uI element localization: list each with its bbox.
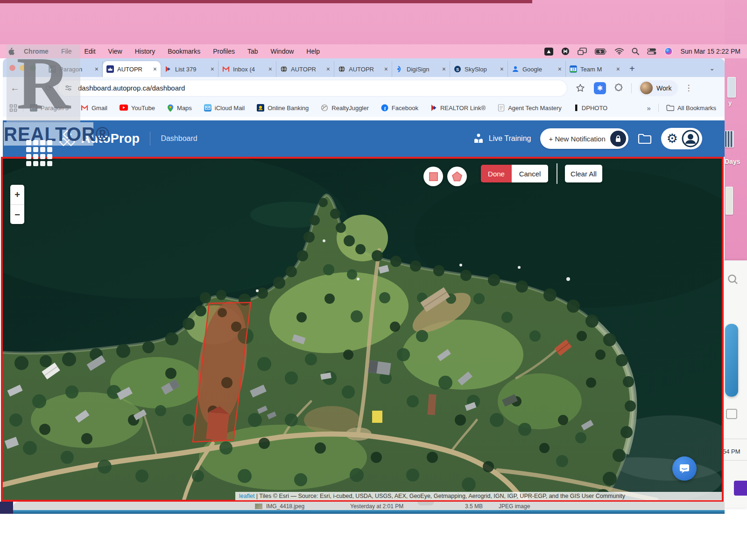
close-tab-icon[interactable]: ×: [268, 65, 272, 73]
tab-google[interactable]: Google×: [508, 61, 566, 77]
all-bookmarks-button[interactable]: All Bookmarks: [666, 105, 716, 112]
satellite-map[interactable]: [3, 159, 722, 500]
zoom-window-button[interactable]: [30, 65, 36, 71]
menu-item-view[interactable]: View: [108, 48, 122, 55]
tab-digisign[interactable]: DigiSign×: [392, 61, 450, 77]
bookmark-star-icon[interactable]: [575, 83, 585, 93]
tab-autoprop-active[interactable]: AUTOPR×: [103, 61, 161, 77]
kebab-menu-icon[interactable]: ⋮: [684, 83, 692, 93]
live-training-link[interactable]: Live Training: [472, 133, 531, 145]
maps-pin-icon: [167, 104, 174, 112]
bookmark-facebook[interactable]: f Facebook: [381, 104, 418, 112]
bookmark-online-banking[interactable]: Online Banking: [257, 104, 309, 112]
close-tab-icon[interactable]: ×: [153, 65, 157, 73]
profile-chip[interactable]: Work: [638, 80, 678, 96]
screen-mirroring-icon[interactable]: [578, 48, 587, 55]
apple-menu-icon[interactable]: [7, 48, 14, 56]
menu-item-tab[interactable]: Tab: [247, 48, 258, 55]
control-center-icon[interactable]: [647, 48, 656, 55]
new-notification-button[interactable]: + New Notification: [540, 128, 628, 149]
desktop-icon[interactable]: [726, 187, 733, 215]
close-tab-icon[interactable]: ×: [500, 65, 504, 73]
menu-item-file[interactable]: File: [61, 48, 72, 55]
realtor-link-icon: [430, 104, 437, 112]
clear-all-button[interactable]: Clear All: [565, 165, 602, 182]
tab-team[interactable]: 15 Team M×: [566, 61, 624, 77]
close-window-button[interactable]: [9, 65, 15, 71]
menu-item-history[interactable]: History: [135, 48, 155, 55]
bookmark-icloud-mail[interactable]: iCloud Mail: [204, 104, 245, 112]
record-status-icon[interactable]: [544, 48, 553, 56]
avatar: [640, 82, 653, 94]
facebook-icon: f: [381, 104, 388, 112]
bookmarks-overflow-chevrons[interactable]: »: [647, 104, 651, 112]
done-button[interactable]: Done: [481, 165, 512, 182]
battery-icon: [595, 49, 607, 55]
extensions-puzzle-icon[interactable]: [613, 83, 624, 93]
address-bar[interactable]: dashboard.autoprop.ca/dashboard: [58, 80, 567, 96]
bookmark-realtor-link[interactable]: REALTOR Link®: [430, 104, 486, 112]
close-tab-icon[interactable]: ×: [442, 65, 446, 73]
tab-inbox[interactable]: Inbox (4×: [218, 61, 276, 77]
draw-polygon-tool[interactable]: [447, 167, 467, 186]
menu-item-edit[interactable]: Edit: [84, 48, 95, 55]
menubar-app-icon[interactable]: [561, 47, 570, 56]
draw-rectangle-tool[interactable]: [423, 167, 443, 186]
leaflet-link[interactable]: leaflet: [239, 493, 254, 499]
desktop-icon[interactable]: [725, 131, 734, 147]
siri-icon[interactable]: [664, 47, 673, 56]
bookmark-realtyjuggler[interactable]: RealtyJuggler: [321, 104, 369, 112]
brand-name[interactable]: AutoProp: [81, 132, 140, 146]
close-tab-icon[interactable]: ×: [384, 65, 388, 73]
menu-item-window[interactable]: Window: [271, 48, 294, 55]
pentagon-shape-icon: [451, 171, 463, 182]
site-settings-icon[interactable]: [64, 84, 72, 92]
map-container[interactable]: + − Done Cancel Clear All leaflet | Tile…: [1, 157, 724, 502]
bookmark-youtube[interactable]: YouTube: [120, 105, 155, 112]
bookmark-dphoto[interactable]: DPHOTO: [574, 104, 607, 112]
reload-button[interactable]: ⟳: [40, 83, 57, 93]
menu-item-profiles[interactable]: Profiles: [213, 48, 235, 55]
minimize-window-button[interactable]: [20, 65, 26, 71]
back-button[interactable]: ←: [7, 83, 23, 93]
folder-button-icon[interactable]: [638, 133, 652, 144]
tab-autoprop-3[interactable]: AUTOPR×: [334, 61, 392, 77]
url-text[interactable]: dashboard.autoprop.ca/dashboard: [78, 84, 185, 92]
bookmark-agent-tech-mastery[interactable]: Agent Tech Mastery: [498, 104, 562, 112]
account-avatar-icon[interactable]: [682, 130, 699, 147]
menu-item-help[interactable]: Help: [306, 48, 320, 55]
zoom-out-button[interactable]: −: [10, 205, 24, 224]
tab-skyslope[interactable]: S SkySlop×: [450, 61, 508, 77]
cancel-button[interactable]: Cancel: [512, 165, 548, 182]
bookmark-gmail[interactable]: Gmail: [81, 104, 107, 112]
extension-snowflake-icon[interactable]: ✱: [594, 82, 606, 94]
tab-list379[interactable]: List 379×: [161, 61, 218, 77]
tab-autoprop-2[interactable]: AUTOPR×: [276, 61, 334, 77]
apps-grid-icon[interactable]: [9, 104, 17, 112]
desktop-icon-label: y: [728, 99, 732, 106]
bookmark-maps[interactable]: Maps: [167, 104, 192, 112]
desktop-icon[interactable]: [727, 77, 736, 98]
wifi-icon[interactable]: [615, 48, 624, 55]
close-tab-icon[interactable]: ×: [211, 65, 214, 73]
tab-search-chevron-icon[interactable]: ⌄: [706, 62, 718, 74]
menu-item-chrome[interactable]: Chrome: [24, 48, 49, 55]
chat-icon: [679, 463, 690, 474]
close-tab-icon[interactable]: ×: [558, 65, 562, 73]
chat-widget-button[interactable]: [672, 456, 697, 481]
bookmark-paragon5[interactable]: Paragon 5: [30, 104, 69, 112]
zoom-in-button[interactable]: +: [10, 185, 24, 205]
forward-button[interactable]: →: [23, 83, 40, 93]
new-tab-button[interactable]: +: [629, 63, 635, 74]
close-tab-icon[interactable]: ×: [616, 65, 620, 73]
tab-paragon[interactable]: Paragon×: [45, 61, 103, 77]
file-name[interactable]: IMG_4418.jpeg: [266, 503, 304, 510]
menu-item-bookmarks[interactable]: Bookmarks: [168, 48, 200, 55]
close-tab-icon[interactable]: ×: [326, 65, 330, 73]
screen: y Days 54 PM Chrome File Edit View Histo…: [0, 0, 747, 560]
nav-dashboard-link[interactable]: Dashboard: [161, 134, 197, 143]
menubar-clock[interactable]: Sun Mar 15 2:22 PM: [681, 48, 740, 55]
close-tab-icon[interactable]: ×: [95, 65, 99, 73]
spotlight-search-icon[interactable]: [632, 48, 639, 55]
gear-icon[interactable]: ⚙: [667, 133, 678, 145]
